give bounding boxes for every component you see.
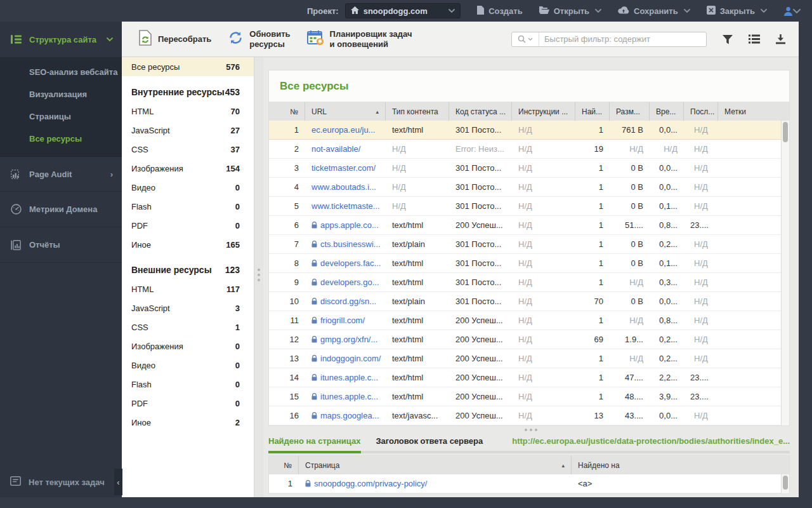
table-row[interactable]: 5www.ticketmaste...Н/Д301 Посто...Н/Д10 … <box>269 197 789 216</box>
column-header[interactable]: Страница▴ <box>299 456 572 474</box>
panel-item[interactable]: CSS1 <box>122 318 254 337</box>
panel-item[interactable]: Flash0 <box>122 197 254 216</box>
scheduler-button[interactable]: Планировщик задачи оповещений <box>307 29 412 49</box>
panel-item[interactable]: Иное165 <box>122 235 254 254</box>
panel-item[interactable]: Изображения0 <box>122 337 254 356</box>
url-link[interactable]: itunes.apple.c... <box>320 392 378 401</box>
panel-item[interactable]: Видео0 <box>122 356 254 375</box>
url-link[interactable]: not-available/ <box>311 144 360 154</box>
url-link[interactable]: maps.googlea... <box>320 411 379 420</box>
panel-group-heading[interactable]: Внешние ресурсы123 <box>122 260 254 279</box>
column-header[interactable]: Разм... <box>610 102 650 121</box>
url-link[interactable]: indoggogin.com/ <box>320 354 381 363</box>
column-header[interactable]: Посл... <box>684 102 718 121</box>
filter-mode-dropdown[interactable] <box>512 32 539 46</box>
url-link[interactable]: developers.fac... <box>320 258 381 268</box>
column-header[interactable]: Найдено на <box>572 456 789 474</box>
sidebar-section-domain-metrics[interactable]: Метрики Домена <box>0 192 122 227</box>
table-row[interactable]: 16maps.googlea...text/javasc...200 Успеш… <box>269 406 789 425</box>
refresh-resources-button[interactable]: Обновитьресурсы <box>228 29 290 49</box>
close-button[interactable]: Закрыть <box>707 6 767 17</box>
horizontal-splitter-grip[interactable] <box>525 429 537 431</box>
table-row[interactable]: 10discord.gg/sn...text/plain301 Посто...… <box>269 292 789 311</box>
vertical-scrollbar[interactable] <box>781 474 789 493</box>
panel-item[interactable]: Иное2 <box>122 413 254 432</box>
panel-item[interactable]: JavaScript27 <box>122 121 254 140</box>
panel-item[interactable]: CSS37 <box>122 140 254 159</box>
rebuild-button[interactable]: Пересобрать <box>138 30 211 48</box>
url-link[interactable]: friogrill.com/ <box>320 316 365 325</box>
sidebar-item-all-resources[interactable]: Все ресурсы <box>0 128 122 150</box>
project-select[interactable]: snoopdogg.com <box>345 3 461 18</box>
table-row[interactable]: 4www.aboutads.i...Н/Д301 Посто...Н/Д10 В… <box>269 178 789 197</box>
sidebar-collapse-handle[interactable]: ‹ <box>114 469 122 495</box>
column-header[interactable]: Инструкции ... <box>512 102 575 121</box>
page-link[interactable]: snoopdogg.com/privacy-policy/ <box>314 479 427 488</box>
found-on-page-row[interactable]: 1snoopdogg.com/privacy-policy/<a> <box>269 474 789 493</box>
sidebar-section-site-structure[interactable]: Структура сайта <box>0 22 122 57</box>
column-header[interactable]: Код статуса ... <box>449 102 512 121</box>
table-row[interactable]: 14itunes.apple.c...text/html200 Успеш...… <box>269 368 789 387</box>
column-settings-icon[interactable] <box>749 34 760 44</box>
column-header[interactable]: № <box>269 102 305 121</box>
table-row[interactable]: 11friogrill.com/text/html200 Успеш...Н/Д… <box>269 311 789 330</box>
tab-server-response-header[interactable]: Заголовок ответа сервера <box>376 436 483 446</box>
user-icon[interactable] <box>783 6 793 16</box>
selected-resource-url[interactable]: http://ec.europa.eu/justice/data-protect… <box>512 436 790 446</box>
table-row[interactable]: 9developers.go...text/html301 Посто...Н/… <box>269 273 789 292</box>
column-header[interactable]: № <box>269 456 299 474</box>
url-link[interactable]: ec.europa.eu/ju... <box>311 125 375 135</box>
tab-found-on-pages[interactable]: Найдено на страницах <box>268 436 360 446</box>
url-link[interactable]: www.ticketmaste... <box>311 201 380 211</box>
panel-item-all-resources[interactable]: Все ресурсы576 <box>122 57 254 76</box>
panel-item[interactable]: HTML70 <box>122 102 254 121</box>
table-row[interactable]: 6apps.apple.co...text/html200 Успеш...Н/… <box>269 216 789 235</box>
column-header[interactable]: Метки <box>718 102 789 121</box>
panel-group-heading[interactable]: Внутренние ресурсы453 <box>122 83 254 102</box>
table-row[interactable]: 2not-available/Н/ДError: Неиз...Н/Д19Н/Д… <box>269 140 789 159</box>
panel-item[interactable]: Видео0 <box>122 178 254 197</box>
panel-item[interactable]: Flash0 <box>122 375 254 394</box>
vertical-splitter[interactable] <box>254 57 263 497</box>
chevron-down-icon[interactable] <box>793 9 801 13</box>
export-download-icon[interactable] <box>775 34 786 44</box>
vertical-scrollbar[interactable] <box>781 121 789 425</box>
url-link[interactable]: itunes.apple.c... <box>320 373 378 382</box>
column-header[interactable]: Вре... <box>650 102 684 121</box>
sidebar-section-reports[interactable]: Отчёты <box>0 227 122 263</box>
sidebar-item-seo-analysis[interactable]: SEO-анализ вебсайта <box>0 61 122 83</box>
panel-item[interactable]: Изображения154 <box>122 159 254 178</box>
url-link[interactable]: developers.go... <box>320 277 379 287</box>
panel-item[interactable]: PDF0 <box>122 394 254 413</box>
column-header[interactable]: Тип контента <box>386 102 449 121</box>
sidebar-item-visualization[interactable]: Визуализация <box>0 83 122 105</box>
url-link[interactable]: gmpg.org/xfn/... <box>320 335 377 344</box>
save-button[interactable]: Сохранить <box>618 6 690 16</box>
url-link[interactable]: discord.gg/sn... <box>320 297 376 306</box>
table-row[interactable]: 7cts.businesswi...text/plain301 Посто...… <box>269 235 789 254</box>
url-link[interactable]: www.aboutads.i... <box>311 182 376 192</box>
quick-filter-input[interactable] <box>539 34 706 44</box>
vertical-scrollbar-thumb[interactable] <box>783 122 788 142</box>
url-link[interactable]: apps.apple.co... <box>320 220 379 230</box>
filter-funnel-icon[interactable] <box>722 34 733 44</box>
table-row[interactable]: 3ticketmaster.com/Н/Д301 Посто...Н/Д10 В… <box>269 159 789 178</box>
url-link[interactable]: cts.businesswi... <box>320 239 381 249</box>
sidebar-item-pages[interactable]: Страницы <box>0 105 122 128</box>
table-row[interactable]: 15itunes.apple.c...text/html200 Успеш...… <box>269 387 789 406</box>
panel-item[interactable]: JavaScript3 <box>122 298 254 318</box>
row-number: 4 <box>269 178 305 196</box>
sidebar-section-page-audit[interactable]: Page Audit › <box>0 157 122 192</box>
url-link[interactable]: ticketmaster.com/ <box>311 163 376 173</box>
panel-item[interactable]: HTML117 <box>122 279 254 298</box>
table-row[interactable]: 1ec.europa.eu/ju...text/html301 Посто...… <box>269 121 789 140</box>
column-header[interactable]: Най... <box>575 102 610 121</box>
create-button[interactable]: Создать <box>477 6 522 17</box>
table-row[interactable]: 13indoggogin.com/text/html200 Успеш...Н/… <box>269 349 789 368</box>
panel-item[interactable]: PDF0 <box>122 216 254 235</box>
column-header[interactable]: URL▴ <box>305 102 386 121</box>
vertical-scrollbar-thumb[interactable] <box>783 476 788 490</box>
table-row[interactable]: 8developers.fac...text/html301 Посто...Н… <box>269 254 789 273</box>
table-row[interactable]: 12gmpg.org/xfn/...text/html200 Успеш...Н… <box>269 330 789 349</box>
open-button[interactable]: Открыть <box>539 6 601 16</box>
